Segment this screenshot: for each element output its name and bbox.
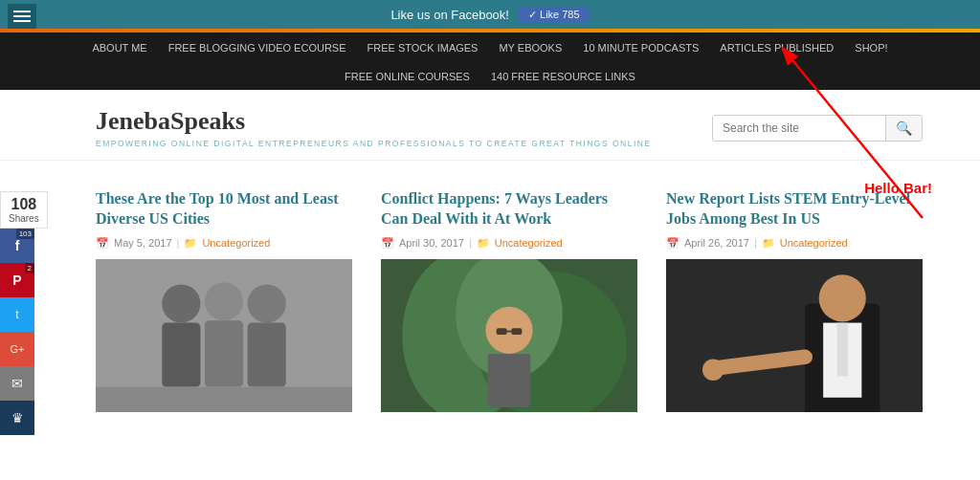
blog-grid: These Are the Top 10 Most and Least Dive… [96,189,923,412]
post-2-link[interactable]: Conflict Happens: 7 Ways Leaders Can Dea… [381,190,608,227]
svg-rect-4 [162,322,200,386]
calendar-icon-1: 📅 [96,237,109,250]
facebook-bar-text: Like us on Facebook! [390,8,509,22]
post-3-date: April 26, 2017 [684,237,749,249]
search-button[interactable]: 🔍 [885,116,922,141]
post-2-date: April 30, 2017 [399,237,464,249]
svg-point-23 [819,274,866,321]
folder-icon-3: 📁 [762,237,775,250]
svg-rect-15 [488,354,531,407]
facebook-icon: f [15,238,20,253]
twitter-icon: t [15,308,18,321]
svg-point-25 [702,359,724,380]
svg-rect-16 [497,328,507,335]
nav-ebooks[interactable]: MY EBOOKS [488,33,572,63]
svg-rect-22 [837,322,848,376]
post-2-meta: 📅 April 30, 2017 | 📁 Uncategorized [381,237,637,250]
folder-icon-1: 📁 [184,237,197,250]
blog-post-1: These Are the Top 10 Most and Least Dive… [96,189,352,412]
blog-post-2: Conflict Happens: 7 Ways Leaders Can Dea… [381,189,637,412]
crown-share-btn[interactable]: ♛ [0,401,34,431]
search-input[interactable] [713,117,885,140]
main-content: Hello Bar! These Are the Top 10 Most and… [0,161,980,431]
blog-post-3: New Report Lists STEM Entry-Level Jobs A… [666,189,923,412]
svg-point-5 [205,282,243,320]
nav-about-me[interactable]: ABOUT ME [81,33,157,63]
shares-label: Shares [9,213,39,224]
pinterest-share-btn[interactable]: P 2 [0,263,34,297]
hamburger-icon[interactable] [8,4,36,29]
svg-rect-9 [96,386,352,411]
nav-podcasts[interactable]: 10 MINUTE PODCASTS [572,33,709,63]
nav-row-2: FREE ONLINE COURSES 140 FREE RESOURCE LI… [0,63,980,90]
post-3-image [666,259,923,412]
calendar-icon-3: 📅 [666,237,679,250]
search-form: 🔍 [712,115,923,142]
share-sidebar: 108 Shares f 103 P 2 t G+ ✉ ♛ [0,191,48,431]
logo-area: JenebaSpeaks EMPOWERING ONLINE DIGITAL E… [96,107,652,148]
main-nav: ABOUT ME FREE Blogging Video ECourse FRE… [0,33,980,90]
site-tagline: EMPOWERING ONLINE DIGITAL ENTREPRENEURS … [96,139,652,148]
svg-point-7 [248,284,286,322]
googleplus-icon: G+ [11,343,25,355]
like-button[interactable]: ✓ Like 785 [519,7,590,23]
nav-stock-images[interactable]: FREE STOCK IMAGES [357,33,489,63]
googleplus-share-btn[interactable]: G+ [0,332,34,366]
facebook-count-badge: 103 [16,229,34,239]
post-1-link[interactable]: These Are the Top 10 Most and Least Dive… [96,190,339,227]
twitter-share-btn[interactable]: t [0,297,34,332]
svg-rect-17 [511,328,522,335]
svg-point-3 [162,284,200,322]
post-2-category[interactable]: Uncategorized [495,237,563,249]
nav-shop[interactable]: SHOP! [844,33,898,63]
nav-resource-links[interactable]: 140 FREE RESOURCE LINKS [480,63,646,90]
post-2-title: Conflict Happens: 7 Ways Leaders Can Dea… [381,189,637,229]
calendar-icon-2: 📅 [381,237,394,250]
svg-rect-8 [248,322,286,386]
site-header: JenebaSpeaks EMPOWERING ONLINE DIGITAL E… [0,90,980,161]
post-1-image [96,259,352,412]
hello-bar-annotation: Hello Bar! [864,180,932,196]
svg-point-14 [485,306,532,353]
post-1-date: May 5, 2017 [114,237,172,249]
crown-icon: ♛ [11,410,24,425]
svg-rect-19 [666,259,923,412]
share-number: 108 [9,196,39,213]
site-title: JenebaSpeaks [96,107,652,136]
nav-online-courses[interactable]: FREE ONLINE COURSES [334,63,480,90]
nav-blogging-ecourse[interactable]: FREE Blogging Video ECourse [158,33,357,63]
post-3-category[interactable]: Uncategorized [780,237,848,249]
post-2-image [381,259,637,412]
svg-line-24 [720,357,805,367]
nav-row-1: ABOUT ME FREE Blogging Video ECourse FRE… [0,33,980,63]
post-1-meta: 📅 May 5, 2017 | 📁 Uncategorized [96,237,352,250]
email-icon: ✉ [11,376,23,391]
meta-sep-2: | [469,237,472,249]
pinterest-count-badge: 2 [25,263,34,273]
facebook-share-btn[interactable]: f 103 [0,229,34,263]
meta-sep-3: | [754,237,757,249]
meta-sep-1: | [177,237,180,249]
post-1-title: These Are the Top 10 Most and Least Dive… [96,189,352,229]
post-1-category[interactable]: Uncategorized [202,237,270,249]
pinterest-icon: P [12,273,21,288]
nav-articles[interactable]: ARTICLES PUBLISHED [709,33,844,63]
share-count-total: 108 Shares [0,191,48,229]
folder-icon-2: 📁 [477,237,490,250]
email-share-btn[interactable]: ✉ [0,366,34,401]
post-3-meta: 📅 April 26, 2017 | 📁 Uncategorized [666,237,923,250]
svg-rect-6 [205,320,243,386]
